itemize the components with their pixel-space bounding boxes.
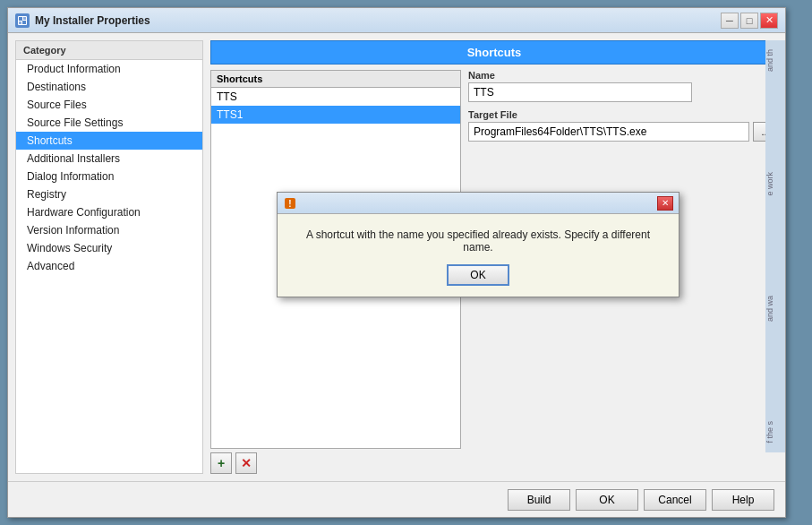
shortcut-item-tts1[interactable]: TTS1 (211, 106, 460, 124)
add-shortcut-button[interactable]: + (210, 452, 232, 474)
target-file-field-group: Target File ... (468, 109, 778, 142)
main-window: My Installer Properties ─ □ ✕ Category P… (7, 7, 786, 518)
sidebar-item-shortcuts[interactable]: Shortcuts (16, 132, 202, 150)
name-input[interactable] (468, 82, 692, 102)
cancel-button[interactable]: Cancel (644, 489, 706, 511)
sidebar-item-source-file-settings[interactable]: Source File Settings (16, 114, 202, 132)
shortcut-item-tts[interactable]: TTS (211, 88, 460, 106)
help-button[interactable]: Help (712, 489, 774, 511)
svg-text:!: ! (288, 199, 291, 209)
target-file-label: Target File (468, 109, 778, 120)
sidebar-item-version-information[interactable]: Version Information (16, 221, 202, 239)
window-title: My Installer Properties (35, 14, 719, 27)
app-icon (15, 13, 30, 28)
sidebar-item-registry[interactable]: Registry (16, 185, 202, 203)
bottom-bar: Build OK Cancel Help (8, 481, 785, 517)
dialog-message: A shortcut with the name you specified a… (295, 228, 661, 254)
dialog-body: A shortcut with the name you specified a… (278, 214, 679, 297)
sidebar-item-windows-security[interactable]: Windows Security (16, 239, 202, 257)
panel-title: Shortcuts (210, 40, 778, 65)
error-dialog: ! ✕ A shortcut with the name you specifi… (277, 192, 680, 297)
sidebar-item-destinations[interactable]: Destinations (16, 78, 202, 96)
svg-rect-2 (23, 17, 26, 20)
minimize-button[interactable]: ─ (721, 13, 739, 29)
ok-button[interactable]: OK (576, 489, 638, 511)
sidebar-item-hardware-configuration[interactable]: Hardware Configuration (16, 203, 202, 221)
remove-shortcut-button[interactable]: ✕ (235, 452, 257, 474)
dialog-close-button[interactable]: ✕ (657, 196, 673, 211)
name-field-group: Name (468, 70, 778, 102)
title-bar: My Installer Properties ─ □ ✕ (8, 8, 785, 33)
maximize-button[interactable]: □ (740, 13, 758, 29)
sidebar: Category Product Information Destination… (15, 40, 203, 474)
svg-rect-4 (22, 21, 26, 24)
dialog-title-bar: ! ✕ (278, 193, 679, 214)
target-file-row: ... (468, 122, 778, 142)
sidebar-item-product-information[interactable]: Product Information (16, 60, 202, 78)
dialog-ok-button[interactable]: OK (447, 264, 509, 286)
shortcuts-list-header: Shortcuts (210, 70, 461, 87)
target-file-input[interactable] (468, 122, 749, 142)
sidebar-item-additional-installers[interactable]: Additional Installers (16, 150, 202, 168)
side-strip: and th e work and wa f the s (765, 40, 785, 452)
close-button[interactable]: ✕ (760, 13, 778, 29)
svg-rect-3 (19, 22, 21, 24)
sidebar-item-dialog-information[interactable]: Dialog Information (16, 168, 202, 185)
name-label: Name (468, 70, 778, 81)
build-button[interactable]: Build (508, 489, 570, 511)
side-text-4: f the s (765, 421, 785, 443)
sidebar-item-source-files[interactable]: Source Files (16, 96, 202, 114)
side-text-1: and th (765, 49, 785, 72)
side-text-2: e work (765, 172, 785, 196)
dialog-icon: ! (283, 196, 297, 211)
sidebar-category: Category (16, 41, 202, 60)
sidebar-item-advanced[interactable]: Advanced (16, 257, 202, 275)
list-buttons: + ✕ (210, 452, 461, 474)
side-text-3: and wa (765, 296, 785, 322)
svg-rect-1 (19, 17, 22, 21)
